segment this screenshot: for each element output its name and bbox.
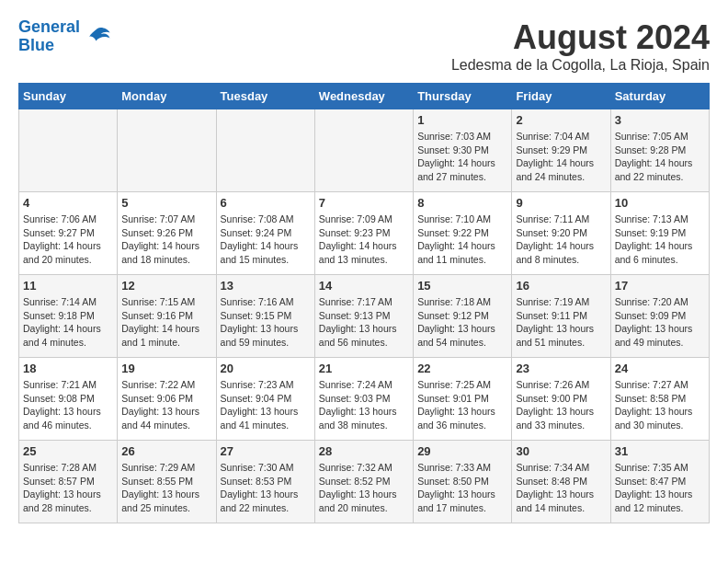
day-number: 30: [516, 444, 606, 458]
day-number: 9: [516, 196, 606, 210]
day-info: Sunrise: 7:23 AM Sunset: 9:04 PM Dayligh…: [221, 378, 311, 432]
calendar-header-row: SundayMondayTuesdayWednesdayThursdayFrid…: [19, 84, 710, 109]
day-info: Sunrise: 7:03 AM Sunset: 9:30 PM Dayligh…: [417, 130, 507, 184]
day-info: Sunrise: 7:32 AM Sunset: 8:52 PM Dayligh…: [319, 461, 409, 515]
day-info: Sunrise: 7:33 AM Sunset: 8:50 PM Dayligh…: [417, 461, 507, 515]
day-info: Sunrise: 7:29 AM Sunset: 8:55 PM Dayligh…: [121, 461, 211, 515]
logo-bird-icon: [84, 23, 111, 51]
day-info: Sunrise: 7:34 AM Sunset: 8:48 PM Dayligh…: [516, 461, 606, 515]
calendar-cell: 30Sunrise: 7:34 AM Sunset: 8:48 PM Dayli…: [512, 441, 610, 523]
calendar-cell: 22Sunrise: 7:25 AM Sunset: 9:01 PM Dayli…: [414, 358, 512, 441]
calendar-cell: 21Sunrise: 7:24 AM Sunset: 9:03 PM Dayli…: [314, 358, 413, 441]
calendar-cell: 28Sunrise: 7:32 AM Sunset: 8:52 PM Dayli…: [314, 441, 413, 523]
day-info: Sunrise: 7:25 AM Sunset: 9:01 PM Dayligh…: [417, 378, 507, 432]
column-header-tuesday: Tuesday: [216, 84, 314, 109]
calendar-cell: [216, 109, 314, 192]
calendar-cell: 16Sunrise: 7:19 AM Sunset: 9:11 PM Dayli…: [512, 275, 610, 358]
location-subtitle: Ledesma de la Cogolla, La Rioja, Spain: [451, 57, 710, 74]
calendar-cell: 26Sunrise: 7:29 AM Sunset: 8:55 PM Dayli…: [118, 441, 216, 523]
day-number: 23: [516, 362, 606, 375]
calendar-cell: 6Sunrise: 7:08 AM Sunset: 9:24 PM Daylig…: [216, 192, 314, 275]
day-number: 7: [319, 196, 409, 210]
calendar-cell: 18Sunrise: 7:21 AM Sunset: 9:08 PM Dayli…: [19, 358, 118, 441]
day-number: 22: [417, 362, 507, 375]
day-number: 3: [615, 113, 705, 127]
day-number: 5: [121, 196, 211, 210]
calendar-week-row: 18Sunrise: 7:21 AM Sunset: 9:08 PM Dayli…: [19, 358, 710, 441]
day-info: Sunrise: 7:21 AM Sunset: 9:08 PM Dayligh…: [23, 378, 113, 432]
calendar-cell: [118, 109, 216, 192]
calendar-cell: 25Sunrise: 7:28 AM Sunset: 8:57 PM Dayli…: [19, 441, 118, 523]
calendar-week-row: 25Sunrise: 7:28 AM Sunset: 8:57 PM Dayli…: [19, 441, 710, 523]
column-header-wednesday: Wednesday: [314, 84, 413, 109]
day-number: 1: [417, 113, 507, 127]
day-number: 17: [615, 279, 705, 293]
calendar-cell: 24Sunrise: 7:27 AM Sunset: 8:58 PM Dayli…: [610, 358, 709, 441]
calendar-cell: 10Sunrise: 7:13 AM Sunset: 9:19 PM Dayli…: [610, 192, 709, 275]
column-header-thursday: Thursday: [414, 84, 512, 109]
day-number: 20: [221, 362, 311, 375]
column-header-friday: Friday: [512, 84, 610, 109]
day-info: Sunrise: 7:15 AM Sunset: 9:16 PM Dayligh…: [121, 295, 211, 350]
day-info: Sunrise: 7:30 AM Sunset: 8:53 PM Dayligh…: [221, 461, 311, 515]
day-info: Sunrise: 7:17 AM Sunset: 9:13 PM Dayligh…: [319, 295, 409, 350]
day-number: 11: [23, 279, 113, 293]
title-block: August 2024 Ledesma de la Cogolla, La Ri…: [451, 18, 710, 74]
day-number: 10: [615, 196, 705, 210]
day-number: 28: [319, 444, 409, 458]
calendar-cell: 23Sunrise: 7:26 AM Sunset: 9:00 PM Dayli…: [512, 358, 610, 441]
day-number: 14: [319, 279, 409, 293]
day-info: Sunrise: 7:06 AM Sunset: 9:27 PM Dayligh…: [23, 213, 113, 267]
day-info: Sunrise: 7:19 AM Sunset: 9:11 PM Dayligh…: [516, 295, 606, 350]
day-number: 16: [516, 279, 606, 293]
day-number: 15: [417, 279, 507, 293]
day-number: 8: [417, 196, 507, 210]
month-year-title: August 2024: [451, 18, 710, 57]
day-info: Sunrise: 7:28 AM Sunset: 8:57 PM Dayligh…: [23, 461, 113, 515]
calendar-table: SundayMondayTuesdayWednesdayThursdayFrid…: [18, 83, 710, 523]
calendar-cell: 29Sunrise: 7:33 AM Sunset: 8:50 PM Dayli…: [414, 441, 512, 523]
calendar-cell: 27Sunrise: 7:30 AM Sunset: 8:53 PM Dayli…: [216, 441, 314, 523]
page-header: General Blue August 2024 Ledesma de la C…: [18, 18, 710, 74]
calendar-cell: 13Sunrise: 7:16 AM Sunset: 9:15 PM Dayli…: [216, 275, 314, 358]
day-number: 18: [23, 362, 113, 375]
calendar-cell: 14Sunrise: 7:17 AM Sunset: 9:13 PM Dayli…: [314, 275, 413, 358]
calendar-cell: 31Sunrise: 7:35 AM Sunset: 8:47 PM Dayli…: [610, 441, 709, 523]
day-info: Sunrise: 7:08 AM Sunset: 9:24 PM Dayligh…: [221, 213, 311, 267]
day-info: Sunrise: 7:13 AM Sunset: 9:19 PM Dayligh…: [615, 213, 705, 267]
day-info: Sunrise: 7:27 AM Sunset: 8:58 PM Dayligh…: [615, 378, 705, 432]
day-number: 24: [615, 362, 705, 375]
column-header-sunday: Sunday: [19, 84, 118, 109]
calendar-cell: 2Sunrise: 7:04 AM Sunset: 9:29 PM Daylig…: [512, 109, 610, 192]
day-number: 6: [221, 196, 311, 210]
day-info: Sunrise: 7:07 AM Sunset: 9:26 PM Dayligh…: [121, 213, 211, 267]
calendar-cell: 4Sunrise: 7:06 AM Sunset: 9:27 PM Daylig…: [19, 192, 118, 275]
day-info: Sunrise: 7:11 AM Sunset: 9:20 PM Dayligh…: [516, 213, 606, 267]
calendar-cell: 5Sunrise: 7:07 AM Sunset: 9:26 PM Daylig…: [118, 192, 216, 275]
day-number: 12: [121, 279, 211, 293]
calendar-cell: 1Sunrise: 7:03 AM Sunset: 9:30 PM Daylig…: [414, 109, 512, 192]
day-info: Sunrise: 7:05 AM Sunset: 9:28 PM Dayligh…: [615, 130, 705, 184]
day-info: Sunrise: 7:09 AM Sunset: 9:23 PM Dayligh…: [319, 213, 409, 267]
day-number: 26: [121, 444, 211, 458]
day-number: 21: [319, 362, 409, 375]
day-info: Sunrise: 7:10 AM Sunset: 9:22 PM Dayligh…: [417, 213, 507, 267]
day-info: Sunrise: 7:18 AM Sunset: 9:12 PM Dayligh…: [417, 295, 507, 350]
calendar-cell: 9Sunrise: 7:11 AM Sunset: 9:20 PM Daylig…: [512, 192, 610, 275]
day-number: 13: [221, 279, 311, 293]
column-header-saturday: Saturday: [610, 84, 709, 109]
day-info: Sunrise: 7:14 AM Sunset: 9:18 PM Dayligh…: [23, 295, 113, 350]
calendar-cell: 3Sunrise: 7:05 AM Sunset: 9:28 PM Daylig…: [610, 109, 709, 192]
day-info: Sunrise: 7:35 AM Sunset: 8:47 PM Dayligh…: [615, 461, 705, 515]
column-header-monday: Monday: [118, 84, 216, 109]
calendar-week-row: 11Sunrise: 7:14 AM Sunset: 9:18 PM Dayli…: [19, 275, 710, 358]
logo-text: General Blue: [18, 18, 80, 55]
calendar-cell: 19Sunrise: 7:22 AM Sunset: 9:06 PM Dayli…: [118, 358, 216, 441]
calendar-cell: 11Sunrise: 7:14 AM Sunset: 9:18 PM Dayli…: [19, 275, 118, 358]
calendar-week-row: 4Sunrise: 7:06 AM Sunset: 9:27 PM Daylig…: [19, 192, 710, 275]
day-info: Sunrise: 7:22 AM Sunset: 9:06 PM Dayligh…: [121, 378, 211, 432]
calendar-cell: 20Sunrise: 7:23 AM Sunset: 9:04 PM Dayli…: [216, 358, 314, 441]
day-info: Sunrise: 7:24 AM Sunset: 9:03 PM Dayligh…: [319, 378, 409, 432]
calendar-cell: 7Sunrise: 7:09 AM Sunset: 9:23 PM Daylig…: [314, 192, 413, 275]
day-number: 25: [23, 444, 113, 458]
